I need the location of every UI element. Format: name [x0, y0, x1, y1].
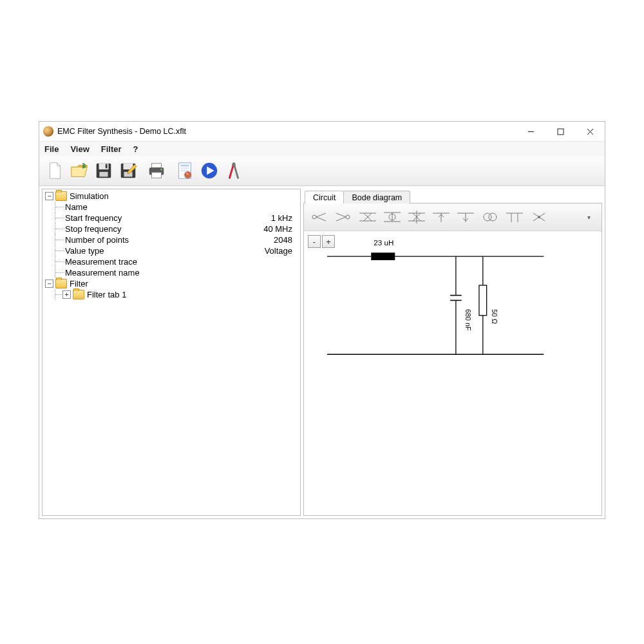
- save-edit-button[interactable]: [117, 159, 140, 182]
- svg-point-23: [312, 215, 316, 219]
- maximize-button[interactable]: [545, 122, 575, 141]
- close-button[interactable]: [575, 122, 605, 141]
- schematic-svg: 23 uH 680 nF 50 Ω: [308, 235, 598, 511]
- tree-leaf[interactable]: Stop frequency40 MHz: [45, 223, 298, 234]
- folder-icon: [73, 290, 84, 299]
- tree-leaf-label: Value type: [65, 246, 104, 256]
- tree-leaf-label: Stop frequency: [65, 224, 121, 234]
- tab-circuit[interactable]: Circuit: [305, 191, 344, 204]
- tree-node-simulation[interactable]: Simulation: [70, 191, 109, 201]
- svg-rect-49: [371, 252, 395, 260]
- svg-point-22: [232, 163, 236, 167]
- tree-leaf-value: 2048: [274, 235, 298, 245]
- tree-leaf[interactable]: Value typeVoltage: [45, 245, 298, 256]
- tab-strip: Circuit Bode diagram: [303, 189, 602, 203]
- open-button[interactable]: [68, 159, 91, 182]
- svg-line-25: [316, 217, 326, 221]
- minimize-button[interactable]: [516, 122, 545, 141]
- svg-point-47: [538, 216, 540, 218]
- tree-leaf-label: Start frequency: [65, 213, 122, 223]
- component-transformer-icon[interactable]: [478, 207, 502, 227]
- menu-file[interactable]: File: [44, 144, 59, 154]
- folder-icon: [55, 279, 67, 289]
- menu-help[interactable]: ?: [133, 144, 138, 154]
- component-toolbar: ▾: [304, 204, 601, 231]
- collapse-icon[interactable]: −: [45, 192, 53, 200]
- svg-rect-16: [180, 165, 189, 167]
- main-toolbar: [39, 156, 605, 186]
- tree-node-filter[interactable]: Filter: [70, 279, 88, 289]
- component-shunt-x-icon[interactable]: [380, 207, 404, 227]
- save-button[interactable]: [92, 159, 115, 182]
- menu-view[interactable]: View: [70, 144, 89, 154]
- tree-leaf-label: Name: [65, 202, 88, 212]
- tree-leaf-value: 1 kHz: [271, 213, 298, 223]
- report-button[interactable]: [173, 159, 196, 182]
- tree-node-filter-tab[interactable]: Filter tab 1: [87, 290, 126, 299]
- svg-line-24: [316, 213, 326, 217]
- tree-panel[interactable]: − Simulation NameStart frequency1 kHzSto…: [42, 189, 301, 516]
- svg-rect-7: [106, 164, 108, 169]
- folder-icon: [55, 191, 67, 201]
- component-t3-icon[interactable]: [502, 207, 527, 227]
- menu-bar: File View Filter ?: [39, 142, 605, 156]
- inductor-label: 23 uH: [374, 238, 393, 247]
- component-series-x-icon[interactable]: [355, 207, 380, 227]
- tree-leaf-label: Measurement trace: [65, 257, 137, 267]
- component-t1-icon[interactable]: [429, 207, 453, 227]
- tree-leaf[interactable]: Name: [45, 202, 298, 213]
- resistor-label: 50 Ω: [491, 309, 498, 324]
- tree-leaf-value: Voltage: [265, 246, 298, 256]
- tree-leaf-value: 40 MHz: [263, 224, 298, 234]
- svg-point-14: [160, 169, 162, 171]
- new-button[interactable]: [43, 159, 66, 182]
- tab-body: ▾ - + 23 uH: [303, 203, 602, 516]
- compass-button[interactable]: [222, 159, 245, 182]
- title-bar: EMC Filter Synthesis - Demo LC.xflt: [39, 122, 605, 142]
- tree-leaf[interactable]: Measurement trace: [45, 256, 298, 267]
- circuit-canvas[interactable]: - + 23 uH: [304, 231, 601, 515]
- svg-line-27: [336, 213, 346, 217]
- component-t2-icon[interactable]: [453, 207, 478, 227]
- run-button[interactable]: [198, 159, 221, 182]
- app-window: EMC Filter Synthesis - Demo LC.xflt File…: [39, 121, 605, 519]
- right-panel: Circuit Bode diagram ▾: [303, 189, 602, 516]
- tree-leaf[interactable]: Start frequency1 kHz: [45, 213, 298, 223]
- svg-rect-6: [99, 172, 108, 177]
- svg-rect-18: [180, 170, 189, 171]
- tree-leaf-label: Measurement name: [65, 268, 140, 278]
- svg-rect-17: [180, 167, 189, 169]
- component-port-left-icon[interactable]: [307, 207, 331, 227]
- collapse-icon[interactable]: −: [45, 279, 53, 288]
- menu-filter[interactable]: Filter: [101, 144, 122, 154]
- expand-icon[interactable]: +: [62, 290, 71, 299]
- window-title: EMC Filter Synthesis - Demo LC.xflt: [57, 127, 186, 136]
- svg-rect-56: [479, 285, 487, 316]
- tree-leaf[interactable]: Measurement name: [45, 267, 298, 278]
- main-area: − Simulation NameStart frequency1 kHzSto…: [39, 186, 605, 518]
- tree-leaf[interactable]: Number of points2048: [45, 234, 298, 245]
- svg-line-28: [336, 217, 346, 221]
- svg-rect-13: [152, 173, 162, 178]
- capacitor-label: 680 nF: [464, 309, 472, 331]
- toolbar-overflow-icon[interactable]: ▾: [587, 214, 599, 221]
- svg-rect-11: [152, 164, 162, 168]
- tree-leaf-label: Number of points: [65, 235, 129, 245]
- component-parallel-x-icon[interactable]: [404, 207, 429, 227]
- svg-point-43: [489, 213, 497, 221]
- app-icon: [43, 126, 53, 137]
- tab-bode[interactable]: Bode diagram: [343, 191, 410, 204]
- svg-rect-1: [558, 129, 564, 135]
- component-measure-icon[interactable]: [527, 207, 551, 227]
- print-button[interactable]: [145, 159, 168, 182]
- svg-point-26: [346, 215, 350, 219]
- component-port-right-icon[interactable]: [331, 207, 355, 227]
